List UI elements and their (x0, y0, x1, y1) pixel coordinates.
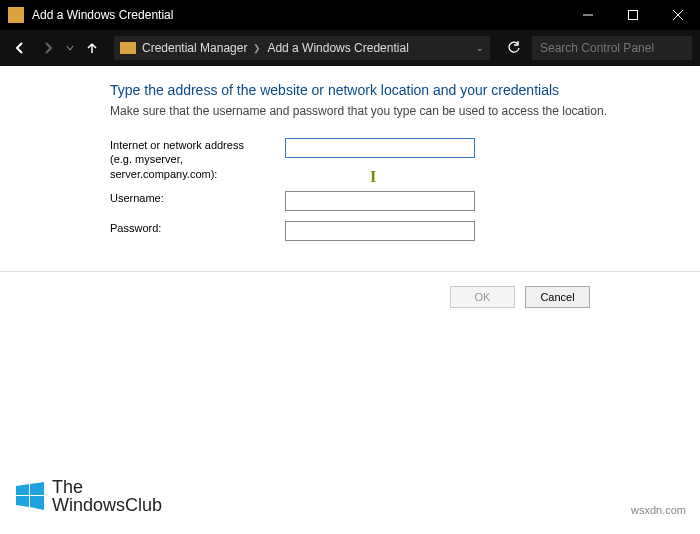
page-heading: Type the address of the website or netwo… (110, 82, 640, 98)
svg-rect-1 (628, 11, 637, 20)
divider (0, 271, 700, 272)
content-area: Type the address of the website or netwo… (0, 66, 700, 308)
breadcrumb-item[interactable]: Add a Windows Credential (267, 41, 408, 55)
row-address: Internet or network address (e.g. myserv… (110, 138, 640, 181)
page-subtext: Make sure that the username and password… (110, 104, 640, 118)
svg-marker-7 (30, 496, 44, 510)
cancel-button[interactable]: Cancel (525, 286, 590, 308)
maximize-button[interactable] (610, 0, 655, 30)
folder-icon (120, 42, 136, 54)
chevron-down-icon[interactable]: ⌄ (476, 43, 484, 53)
up-button[interactable] (80, 36, 104, 60)
recent-dropdown[interactable] (64, 36, 76, 60)
svg-marker-4 (16, 484, 29, 495)
brand-logo-block: The WindowsClub (16, 478, 162, 514)
window-controls (565, 0, 700, 30)
back-button[interactable] (8, 36, 32, 60)
label-username: Username: (110, 191, 285, 205)
forward-button[interactable] (36, 36, 60, 60)
address-bar[interactable]: Credential Manager ❯ Add a Windows Crede… (114, 36, 490, 60)
app-icon (8, 7, 24, 23)
refresh-button[interactable] (500, 36, 528, 60)
chevron-right-icon: ❯ (253, 43, 261, 53)
svg-marker-5 (30, 482, 44, 495)
address-input[interactable] (285, 138, 475, 158)
titlebar: Add a Windows Credential (0, 0, 700, 30)
button-row: OK Cancel (0, 286, 700, 308)
close-button[interactable] (655, 0, 700, 30)
row-password: Password: (110, 221, 640, 241)
password-input[interactable] (285, 221, 475, 241)
svg-marker-6 (16, 496, 29, 507)
username-input[interactable] (285, 191, 475, 211)
row-username: Username: (110, 191, 640, 211)
label-address: Internet or network address (e.g. myserv… (110, 138, 285, 181)
nav-toolbar: Credential Manager ❯ Add a Windows Crede… (0, 30, 700, 66)
ok-button[interactable]: OK (450, 286, 515, 308)
watermark: wsxdn.com (631, 504, 686, 516)
brand-text: The WindowsClub (52, 478, 162, 514)
label-password: Password: (110, 221, 285, 235)
windows-logo-icon (16, 482, 44, 510)
breadcrumb-item[interactable]: Credential Manager (142, 41, 247, 55)
search-input[interactable] (532, 36, 692, 60)
minimize-button[interactable] (565, 0, 610, 30)
window-title: Add a Windows Credential (32, 8, 565, 22)
